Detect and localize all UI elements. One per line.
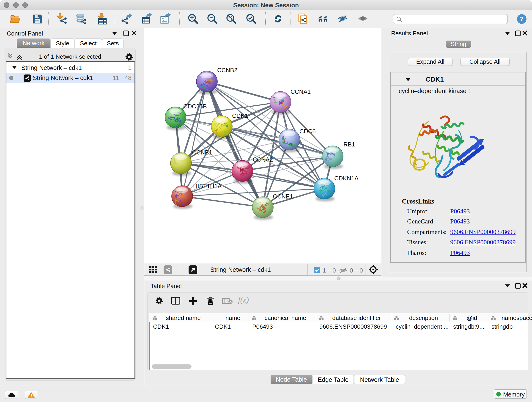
svg-text:?: ? [520, 15, 524, 23]
svg-text:CDC25B: CDC25B [183, 103, 207, 110]
svg-text:CDK1: CDK1 [232, 112, 248, 119]
svg-text:CDC6: CDC6 [299, 128, 316, 135]
svg-text:CCNB2: CCNB2 [217, 67, 237, 74]
svg-text:CCNE1: CCNE1 [273, 193, 293, 200]
svg-text:RB1: RB1 [343, 141, 355, 148]
svg-text:CCNA1: CCNA1 [291, 88, 311, 95]
svg-text:CCNA2: CCNA2 [253, 156, 273, 163]
svg-text:CDKN1A: CDKN1A [334, 175, 359, 182]
svg-text:CCNB1: CCNB1 [192, 149, 212, 156]
svg-text:HIST1H1A: HIST1H1A [193, 183, 222, 190]
